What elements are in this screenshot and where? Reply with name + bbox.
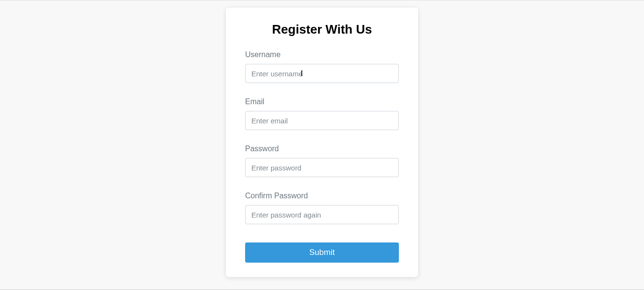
form-title: Register With Us [245, 22, 399, 37]
username-group: Username I [245, 50, 399, 83]
email-label: Email [245, 97, 399, 106]
submit-button[interactable]: Submit [245, 242, 399, 263]
password-label: Password [245, 145, 399, 153]
email-input[interactable] [245, 111, 399, 130]
register-card: Register With Us Username I Email Passwo… [226, 8, 418, 277]
username-input[interactable] [245, 64, 399, 83]
confirm-password-group: Confirm Password [245, 192, 399, 224]
confirm-password-label: Confirm Password [245, 192, 399, 200]
password-input[interactable] [245, 158, 399, 177]
confirm-password-input[interactable] [245, 205, 399, 224]
email-group: Email [245, 97, 399, 130]
password-group: Password [245, 145, 399, 177]
username-label: Username [245, 50, 399, 59]
